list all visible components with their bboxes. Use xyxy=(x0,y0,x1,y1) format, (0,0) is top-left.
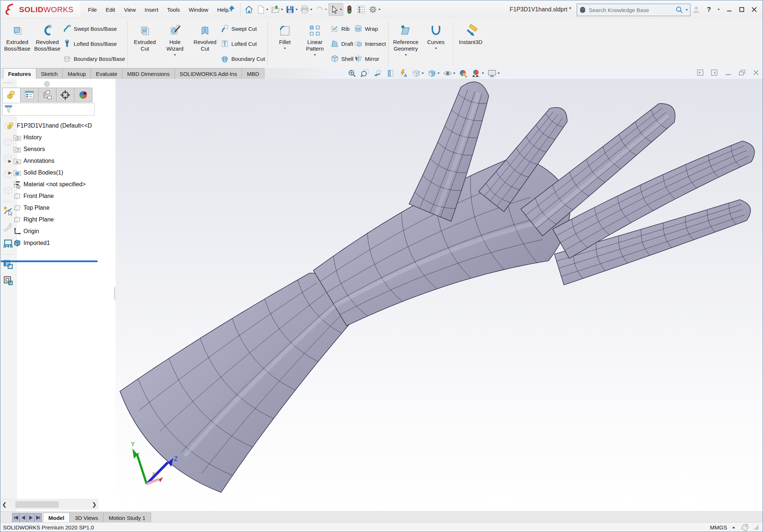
reference-geometry-caret-icon[interactable] xyxy=(405,54,407,56)
search-input[interactable] xyxy=(588,7,673,14)
rebuild-button[interactable] xyxy=(344,4,355,15)
tab-evaluate[interactable]: Evaluate xyxy=(91,68,122,79)
previous-view-button[interactable] xyxy=(373,68,383,78)
section-view-button[interactable] xyxy=(385,68,396,78)
collapse-pane-left-button[interactable] xyxy=(696,69,704,78)
settings-caret-icon[interactable] xyxy=(378,9,381,10)
resize-grip[interactable] xyxy=(754,525,759,530)
select-button[interactable] xyxy=(329,3,343,16)
boundary-boss-base-button[interactable]: Boundary Boss/Base xyxy=(62,52,125,65)
tree-item-annotations[interactable]: ▶AAnnotations xyxy=(1,155,98,167)
tab-markup[interactable]: Markup xyxy=(62,68,91,79)
tree-item-origin[interactable]: Origin xyxy=(1,225,98,237)
hole-wizard-button[interactable]: HoleWizard xyxy=(160,21,190,56)
boundary-cut-button[interactable]: Boundary Cut xyxy=(220,52,265,65)
help-caret[interactable] xyxy=(718,9,720,10)
menu-file[interactable]: File xyxy=(84,0,101,19)
print-caret-icon[interactable] xyxy=(310,9,312,10)
rib-button[interactable]: Rib xyxy=(330,22,353,35)
collapse-pane-right-button[interactable] xyxy=(710,69,718,78)
knowledge-base-search[interactable] xyxy=(577,4,690,16)
intersect-button[interactable]: Intersect xyxy=(353,37,386,50)
instant3d-button[interactable]: Instant3D xyxy=(456,21,486,45)
dimxpertmanager-tab[interactable] xyxy=(56,88,74,102)
panel-horizontal-scrollbar[interactable]: ❮ ❯ xyxy=(0,499,99,510)
print-button[interactable] xyxy=(299,4,313,15)
tree-item-history[interactable]: History xyxy=(1,132,98,143)
study-tab-motion-study-1[interactable]: Motion Study 1 xyxy=(103,513,151,522)
cascade-windows-button[interactable] xyxy=(3,275,14,287)
select-caret-icon[interactable] xyxy=(340,9,342,10)
tab-solidworks-add-ins[interactable]: SOLIDWORKS Add-Ins xyxy=(175,68,242,79)
menu-window[interactable]: Window xyxy=(184,0,213,19)
hide-show-items-button[interactable] xyxy=(443,68,456,78)
save-caret-icon[interactable] xyxy=(296,9,298,10)
apply-scene-caret-icon[interactable] xyxy=(482,73,484,74)
curves-caret-icon[interactable] xyxy=(435,48,437,49)
search-scope-caret[interactable] xyxy=(686,9,688,11)
curves-button[interactable]: Curves xyxy=(421,21,451,49)
undo-button[interactable] xyxy=(314,4,328,15)
units-label[interactable]: MMGS xyxy=(710,524,727,531)
previous-tab-button[interactable] xyxy=(19,513,27,522)
shell-button[interactable]: Shell xyxy=(330,52,353,65)
minimize-icon[interactable] xyxy=(726,7,732,12)
tree-item-sensors[interactable]: Sensors xyxy=(1,143,98,155)
minimize-document-button[interactable] xyxy=(724,69,732,78)
panel-collapse-handle[interactable] xyxy=(44,81,50,87)
study-tab-model[interactable]: Model xyxy=(43,513,70,522)
view-orientation-caret-icon[interactable] xyxy=(422,73,424,74)
zoom-to-fit-button[interactable] xyxy=(347,68,357,78)
undo-caret-icon[interactable] xyxy=(325,9,327,10)
swept-cut-button[interactable]: Swept Cut xyxy=(220,22,265,35)
zoom-to-area-button[interactable] xyxy=(360,68,370,78)
menu-view[interactable]: View xyxy=(120,0,140,19)
tag-icon[interactable] xyxy=(740,524,749,531)
new-document-caret-icon[interactable] xyxy=(266,9,268,10)
search-icon[interactable] xyxy=(675,6,683,14)
toolbar-drag-handle[interactable] xyxy=(3,82,13,83)
scroll-right-icon[interactable]: ❯ xyxy=(90,501,99,508)
last-tab-button[interactable] xyxy=(34,513,42,522)
configurationmanager-tab[interactable] xyxy=(38,88,56,102)
new-document-button[interactable] xyxy=(255,4,269,15)
tree-item-f1p3d1v1hand-default-d[interactable]: F1P3D1V1hand (Default<<D xyxy=(1,120,98,132)
next-tab-button[interactable] xyxy=(27,513,34,522)
tree-item-right-plane[interactable]: Right Plane xyxy=(1,214,98,225)
mirror-button[interactable]: Mirror xyxy=(353,52,386,65)
save-button[interactable] xyxy=(285,4,298,15)
apply-scene-button[interactable] xyxy=(471,68,484,78)
tree-filter-box[interactable] xyxy=(2,103,95,115)
user-account-icon[interactable] xyxy=(692,5,700,14)
linear-pattern-button[interactable]: LinearPattern xyxy=(300,21,330,56)
study-tab-3d-views[interactable]: 3D Views xyxy=(69,513,103,522)
scroll-left-icon[interactable]: ❮ xyxy=(0,501,9,508)
displaymanager-tab[interactable] xyxy=(74,88,92,102)
display-style-caret-icon[interactable] xyxy=(437,73,440,74)
scrollbar-thumb[interactable] xyxy=(15,501,59,508)
extruded-cut-button[interactable]: ExtrudedCut xyxy=(130,21,160,52)
swept-boss-base-button[interactable]: Swept Boss/Base xyxy=(62,22,125,35)
open-caret-icon[interactable] xyxy=(281,9,283,10)
tree-item-imported1[interactable]: Imported1 xyxy=(1,237,98,249)
options-button[interactable] xyxy=(356,4,367,15)
lofted-boss-base-button[interactable]: Lofted Boss/Base xyxy=(62,37,125,50)
home-button[interactable] xyxy=(243,4,254,15)
featuremanager-tab[interactable] xyxy=(2,88,21,102)
restore-document-button[interactable] xyxy=(738,69,746,78)
hole-wizard-caret-icon[interactable] xyxy=(174,54,176,56)
rollback-bar[interactable] xyxy=(1,260,98,262)
close-icon[interactable] xyxy=(751,7,757,12)
expand-arrow-icon[interactable]: ▶ xyxy=(7,170,12,175)
scrollbar-track[interactable] xyxy=(9,501,90,508)
linear-pattern-caret-icon[interactable] xyxy=(314,54,316,56)
model-3d-hand[interactable]: YZX xyxy=(115,79,763,511)
tree-item-front-plane[interactable]: Front Plane xyxy=(1,190,98,202)
tab-mbd-dimensions[interactable]: MBD Dimensions xyxy=(122,68,175,79)
menu-edit[interactable]: Edit xyxy=(101,0,120,19)
open-button[interactable] xyxy=(270,4,284,15)
propertymanager-tab[interactable] xyxy=(20,88,38,102)
revolved-boss-base-button[interactable]: RevolvedBoss/Base xyxy=(32,21,62,52)
display-style-button[interactable] xyxy=(427,68,440,78)
view-settings-button[interactable] xyxy=(487,68,500,78)
